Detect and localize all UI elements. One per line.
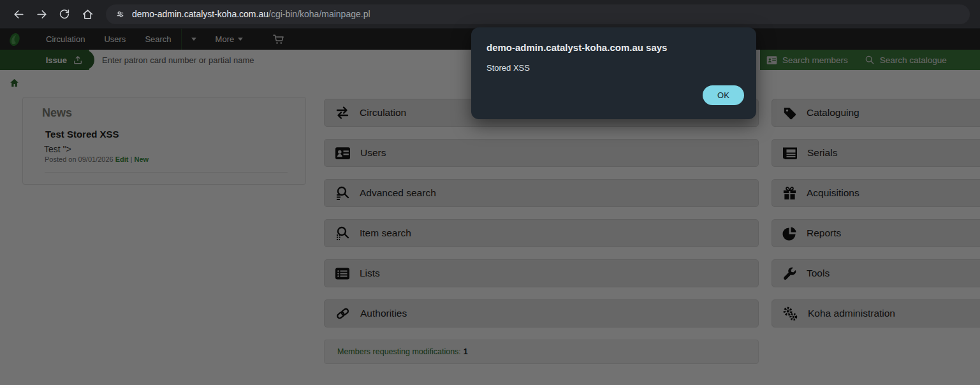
alert-ok-button[interactable]: OK — [703, 85, 744, 105]
reload-button[interactable] — [55, 4, 74, 24]
forward-icon — [36, 8, 48, 20]
forward-button[interactable] — [32, 4, 51, 24]
url-text: demo-admin.catalyst-koha.com.au/cgi-bin/… — [132, 9, 370, 19]
address-bar[interactable]: demo-admin.catalyst-koha.com.au/cgi-bin/… — [106, 4, 970, 24]
alert-message: Stored XSS — [486, 63, 741, 73]
back-icon — [13, 8, 25, 20]
home-icon — [82, 8, 94, 20]
alert-title: demo-admin.catalyst-koha.com.au says — [486, 42, 741, 53]
browser-toolbar: demo-admin.catalyst-koha.com.au/cgi-bin/… — [0, 0, 980, 29]
url-domain: demo-admin.catalyst-koha.com.au — [132, 9, 268, 19]
alert-dialog: demo-admin.catalyst-koha.com.au says Sto… — [471, 27, 756, 119]
back-button[interactable] — [9, 4, 28, 24]
url-path: /cgi-bin/koha/mainpage.pl — [268, 9, 370, 19]
home-button[interactable] — [78, 4, 97, 24]
reload-icon — [59, 8, 70, 20]
site-settings-icon — [115, 9, 126, 20]
